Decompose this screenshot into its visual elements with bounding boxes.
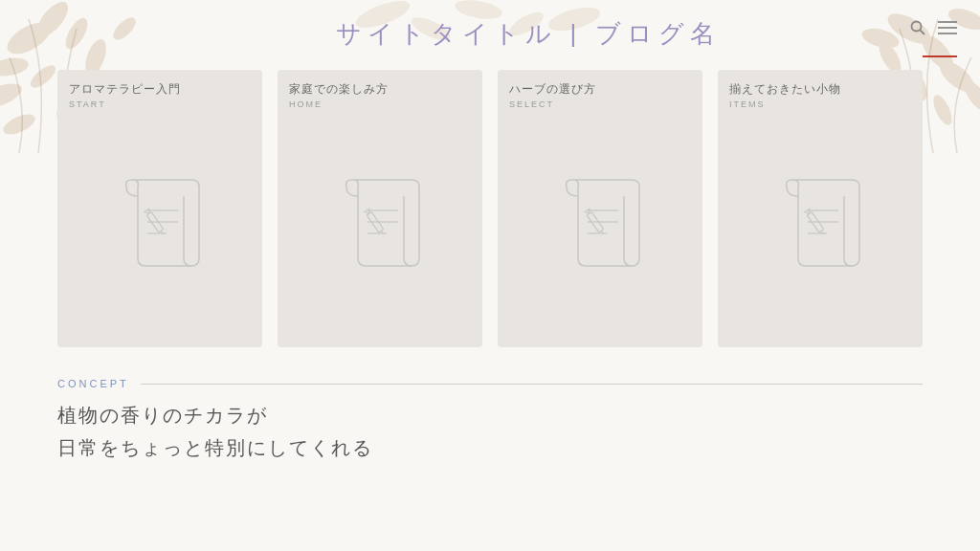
- concept-divider: [141, 384, 923, 385]
- search-icon[interactable]: [909, 19, 926, 41]
- card-1-subtitle: START: [69, 99, 106, 109]
- scroll-icon-4: [768, 172, 873, 281]
- card-3-icon-area: [509, 117, 691, 336]
- card-4-icon-area: [729, 117, 911, 336]
- scroll-icon-3: [547, 172, 653, 281]
- card-2-icon-area: [289, 117, 471, 336]
- card-2-subtitle: HOME: [289, 99, 323, 109]
- cards-section: アロマテラピー入門 START: [0, 60, 980, 366]
- card-1[interactable]: アロマテラピー入門 START: [57, 70, 262, 347]
- card-3[interactable]: ハーブの選び方 SELECT: [498, 70, 702, 347]
- card-3-subtitle: SELECT: [509, 99, 554, 109]
- scroll-icon-2: [327, 172, 433, 281]
- card-2[interactable]: 家庭での楽しみ方 HOME: [278, 70, 482, 347]
- card-1-title: アロマテラピー入門: [69, 81, 181, 98]
- concept-text-line1: 植物の香りのチカラが: [57, 399, 923, 431]
- card-4-title: 揃えておきたい小物: [729, 81, 841, 98]
- concept-text-line2: 日常をちょっと特別にしてくれる: [57, 431, 923, 464]
- svg-line-26: [921, 31, 925, 35]
- svg-point-25: [912, 22, 922, 32]
- concept-header: CONCEPT: [57, 378, 923, 389]
- concept-label: CONCEPT: [57, 378, 129, 389]
- scroll-icon-1: [107, 172, 212, 281]
- card-2-title: 家庭での楽しみ方: [289, 81, 389, 98]
- header-divider: [923, 55, 957, 57]
- header: サイトタイトル | ブログ名: [0, 0, 980, 60]
- card-4[interactable]: 揃えておきたい小物 ITEMS: [718, 70, 923, 347]
- concept-section: CONCEPT 植物の香りのチカラが 日常をちょっと特別にしてくれる: [0, 366, 980, 464]
- card-1-icon-area: [69, 117, 251, 336]
- menu-icon[interactable]: [938, 20, 957, 40]
- card-3-title: ハーブの選び方: [509, 81, 596, 98]
- card-4-subtitle: ITEMS: [729, 99, 766, 109]
- site-title: サイトタイトル | ブログ名: [19, 17, 961, 51]
- header-icons: [909, 19, 957, 41]
